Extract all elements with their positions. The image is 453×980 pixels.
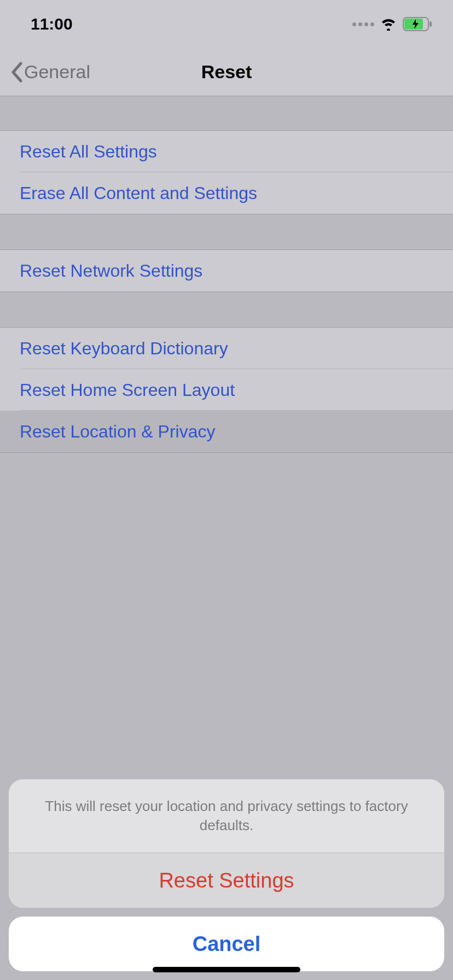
reset-group-2: Reset Network Settings <box>0 249 453 292</box>
settings-list: Reset All Settings Erase All Content and… <box>0 96 453 453</box>
row-label: Reset Keyboard Dictionary <box>20 339 228 359</box>
reset-group-3: Reset Keyboard Dictionary Reset Home Scr… <box>0 327 453 453</box>
action-sheet-message: This will reset your location and privac… <box>9 779 444 853</box>
page-title: Reset <box>201 61 252 83</box>
reset-all-settings-row[interactable]: Reset All Settings <box>0 131 453 172</box>
home-indicator[interactable] <box>153 967 300 972</box>
row-label: Erase All Content and Settings <box>20 183 257 203</box>
status-time: 11:00 <box>31 15 73 33</box>
chevron-left-icon <box>10 61 23 83</box>
action-sheet: This will reset your location and privac… <box>0 771 453 980</box>
cancel-button[interactable]: Cancel <box>9 917 444 971</box>
reset-settings-button[interactable]: Reset Settings <box>9 853 444 908</box>
row-label: Reset All Settings <box>20 142 157 162</box>
battery-charging-icon <box>403 17 433 31</box>
wifi-icon <box>380 18 397 31</box>
reset-home-screen-layout-row[interactable]: Reset Home Screen Layout <box>0 369 453 411</box>
action-sheet-panel: This will reset your location and privac… <box>9 779 444 908</box>
row-label: Reset Network Settings <box>20 261 202 281</box>
row-label: Reset Home Screen Layout <box>20 380 235 400</box>
back-label: General <box>24 61 90 83</box>
erase-all-content-row[interactable]: Erase All Content and Settings <box>0 172 453 214</box>
status-bar: 11:00 <box>0 0 453 48</box>
back-button[interactable]: General <box>10 61 90 83</box>
reset-group-1: Reset All Settings Erase All Content and… <box>0 130 453 214</box>
reset-location-privacy-row[interactable]: Reset Location & Privacy <box>0 411 453 452</box>
navigation-bar: General Reset <box>0 48 453 96</box>
status-icons <box>352 17 433 31</box>
svg-rect-2 <box>429 21 432 27</box>
cellular-dots-icon <box>352 22 374 26</box>
row-label: Reset Location & Privacy <box>20 422 216 442</box>
reset-keyboard-dictionary-row[interactable]: Reset Keyboard Dictionary <box>0 328 453 369</box>
reset-network-settings-row[interactable]: Reset Network Settings <box>0 250 453 291</box>
